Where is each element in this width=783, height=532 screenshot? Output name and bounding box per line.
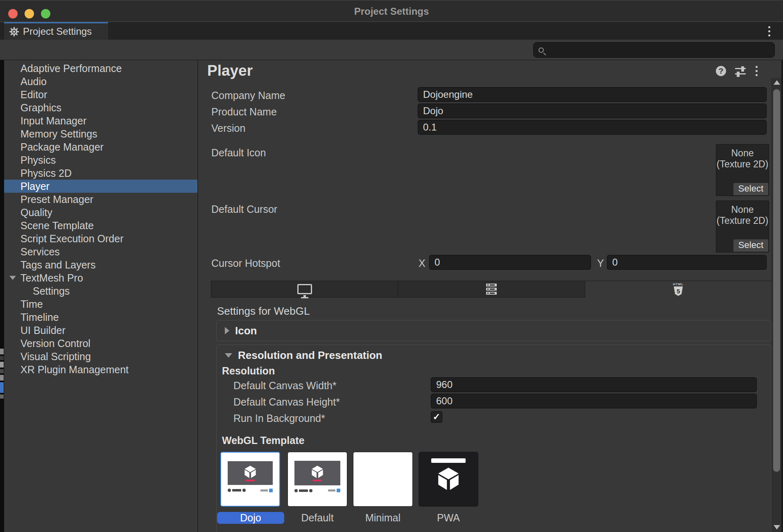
settings-sidebar: Adaptive Performance Audio Editor Graphi…	[4, 60, 198, 532]
player-settings-panel: Player ? Company Name Product Name Versi…	[199, 60, 769, 532]
default-cursor-label: Default Cursor	[211, 203, 277, 215]
template-preview-logos	[228, 488, 273, 493]
template-label-pwa: PWA	[415, 512, 482, 524]
scrollbar-thumb[interactable]	[773, 89, 780, 472]
template-preview-logos	[294, 488, 340, 493]
sidebar-item-memory-settings[interactable]: Memory Settings	[4, 127, 197, 140]
platform-tab-strip: HTML 5	[211, 281, 772, 298]
platform-tab-webgl[interactable]: HTML 5	[585, 281, 772, 298]
sidebar-item-services[interactable]: Services	[4, 245, 197, 258]
template-label-minimal: Minimal	[349, 512, 416, 524]
default-cursor-select-button[interactable]: Select	[733, 239, 768, 252]
sidebar-item-label: TextMesh Pro	[20, 272, 83, 284]
product-name-label: Product Name	[211, 106, 277, 118]
gear-icon	[9, 27, 19, 37]
default-cursor-texture-well[interactable]: None (Texture 2D) Select	[716, 201, 769, 252]
template-card-minimal[interactable]	[353, 452, 413, 507]
cursor-hotspot-label: Cursor Hotspot	[211, 257, 280, 269]
sidebar-item-physics[interactable]: Physics	[4, 153, 197, 167]
sidebar-item-script-execution-order[interactable]: Script Execution Order	[4, 232, 197, 245]
platform-tab-desktop[interactable]	[211, 281, 398, 298]
sidebar-item-graphics[interactable]: Graphics	[4, 101, 197, 114]
version-input[interactable]	[418, 120, 767, 135]
texture-none-text: None	[716, 148, 769, 159]
sidebar-item-quality[interactable]: Quality	[4, 206, 197, 219]
company-name-input[interactable]	[418, 87, 767, 102]
search-icon	[539, 47, 544, 53]
icon-section-label: Icon	[235, 325, 257, 337]
canvas-width-label: Default Canvas Width*	[233, 380, 337, 392]
resolution-foldout-header[interactable]: Resolution and Presentation	[217, 345, 771, 365]
window-left-edge	[0, 60, 4, 532]
sidebar-item-version-control[interactable]: Version Control	[4, 337, 197, 350]
sidebar-item-scene-template[interactable]: Scene Template	[4, 219, 197, 232]
sidebar-item-visual-scripting[interactable]: Visual Scripting	[4, 350, 197, 363]
page-title: Player	[207, 62, 253, 79]
default-icon-label: Default Icon	[211, 147, 266, 159]
icon-foldout-header[interactable]: Icon	[217, 320, 771, 341]
hotspot-y-label: Y	[597, 257, 604, 269]
sidebar-item-tags-and-layers[interactable]: Tags and Layers	[4, 258, 197, 271]
texture-type-text: (Texture 2D)	[716, 215, 769, 226]
hotspot-x-input[interactable]	[429, 255, 591, 270]
sidebar-item-textmesh-settings[interactable]: Settings	[4, 284, 197, 298]
sidebar-item-preset-manager[interactable]: Preset Manager	[4, 193, 197, 206]
html5-icon: HTML 5	[673, 283, 683, 296]
scroll-down-arrow-icon[interactable]	[774, 525, 780, 530]
chevron-right-icon	[225, 327, 229, 334]
search-input[interactable]	[547, 45, 760, 55]
server-icon	[486, 284, 497, 295]
hotspot-x-label: X	[419, 257, 425, 269]
template-label-dojo[interactable]: Dojo	[217, 512, 284, 524]
sidebar-item-audio[interactable]: Audio	[4, 75, 197, 88]
default-icon-texture-well[interactable]: None (Texture 2D) Select	[716, 144, 769, 196]
template-preview	[294, 461, 340, 485]
company-name-label: Company Name	[211, 90, 285, 101]
sidebar-item-time[interactable]: Time	[4, 298, 197, 311]
run-in-background-label: Run In Background*	[233, 413, 325, 424]
run-in-background-checkbox[interactable]: ✓	[431, 411, 442, 423]
pwa-titlebar-shape	[431, 458, 466, 463]
sidebar-item-physics-2d[interactable]: Physics 2D	[4, 167, 197, 180]
project-settings-window: Project Settings Project Settings	[0, 0, 783, 532]
scroll-up-arrow-icon[interactable]	[774, 80, 780, 85]
tab-project-settings[interactable]: Project Settings	[4, 22, 108, 40]
sidebar-item-input-manager[interactable]: Input Manager	[4, 114, 197, 127]
window-right-edge	[781, 60, 783, 532]
settings-for-webgl-heading: Settings for WebGL	[217, 305, 310, 318]
sidebar-item-textmesh-pro[interactable]: TextMesh Pro	[4, 271, 197, 284]
window-title: Project Settings	[0, 0, 783, 22]
sidebar-item-editor[interactable]: Editor	[4, 88, 197, 101]
sidebar-item-timeline[interactable]: Timeline	[4, 311, 197, 324]
sidebar-item-adaptive-performance[interactable]: Adaptive Performance	[4, 62, 197, 75]
hotspot-y-input[interactable]	[607, 255, 767, 270]
default-icon-select-button[interactable]: Select	[733, 183, 768, 195]
sidebar-list: Adaptive Performance Audio Editor Graphi…	[4, 62, 197, 376]
webgl-template-heading: WebGL Template	[222, 435, 304, 446]
search-field[interactable]	[533, 42, 775, 58]
texture-type-text: (Texture 2D)	[716, 159, 769, 170]
template-card-dojo[interactable]	[220, 452, 280, 507]
help-icon[interactable]: ?	[716, 66, 726, 76]
checkmark-icon: ✓	[433, 412, 440, 422]
sidebar-item-package-manager[interactable]: Package Manager	[4, 140, 197, 153]
canvas-height-input[interactable]	[431, 394, 757, 408]
more-options-kebab-icon[interactable]	[755, 65, 758, 77]
header-icons: ?	[716, 65, 758, 77]
canvas-width-input[interactable]	[431, 377, 757, 392]
monitor-icon	[297, 284, 312, 294]
sidebar-item-xr-plugin-management[interactable]: XR Plugin Management	[4, 363, 197, 376]
presets-sliders-icon[interactable]	[735, 66, 746, 76]
template-card-default[interactable]	[287, 452, 347, 507]
tab-label: Project Settings	[23, 26, 92, 37]
tab-menu-kebab-icon[interactable]	[765, 25, 773, 37]
platform-tab-dedicated-server[interactable]	[398, 281, 585, 298]
template-card-pwa[interactable]	[419, 452, 478, 507]
sidebar-item-player[interactable]: Player	[4, 180, 197, 193]
canvas-height-label: Default Canvas Height*	[233, 396, 340, 408]
sidebar-item-ui-builder[interactable]: UI Builder	[4, 324, 197, 337]
chevron-down-icon	[225, 353, 232, 358]
product-name-input[interactable]	[418, 104, 767, 118]
foldout-open-icon[interactable]	[9, 276, 16, 280]
vertical-scrollbar[interactable]	[772, 78, 781, 532]
